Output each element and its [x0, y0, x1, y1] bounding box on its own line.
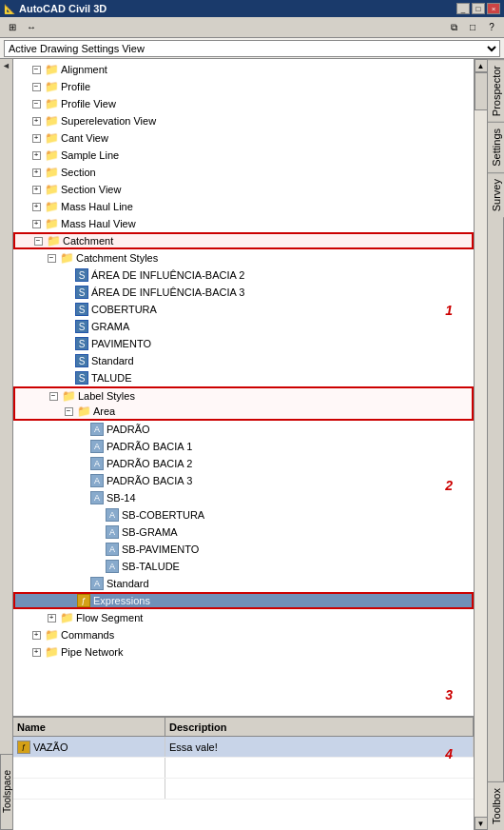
- scroll-track[interactable]: [475, 72, 488, 817]
- tree-item-padrao-bacia2[interactable]: APADRÃO BACIA 2: [13, 455, 474, 472]
- icon-standard: S: [74, 353, 89, 368]
- tab-toolbox[interactable]: Toolbox: [488, 781, 504, 830]
- close-button[interactable]: ×: [487, 3, 500, 14]
- label-sb-grama: SB-GRAMA: [122, 526, 178, 538]
- tree-item-cant-view[interactable]: +📁Cant View: [13, 129, 474, 147]
- tree-item-pipe-network[interactable]: +📁Pipe Network: [13, 643, 474, 661]
- icon-padrao-bacia2: A: [89, 456, 105, 471]
- tree-item-superelevation[interactable]: +📁Superelevation View: [13, 112, 474, 129]
- tree-item-sb-grama[interactable]: ASB-GRAMA: [13, 524, 474, 541]
- expand-icon-catchment-styles[interactable]: −: [44, 250, 59, 266]
- tree-item-label-styles[interactable]: −📁Label Styles: [13, 386, 474, 404]
- tree-item-grama[interactable]: SGRAMA: [13, 318, 474, 335]
- expand-icon-profile-view[interactable]: −: [29, 96, 44, 111]
- tree-item-sb-cobertura[interactable]: ASB-COBERTURA: [13, 506, 474, 524]
- scroll-down-button[interactable]: ▼: [475, 817, 488, 830]
- expand-icon-profile[interactable]: −: [29, 79, 44, 94]
- tree-item-catchment-styles[interactable]: −📁Catchment Styles: [13, 249, 474, 267]
- tree-item-profile[interactable]: −📁Profile: [13, 78, 474, 95]
- tree-item-sb-pavimento[interactable]: ASB-PAVIMENTO: [13, 541, 474, 558]
- tab-survey[interactable]: Survey: [488, 172, 504, 217]
- tree-item-area-influencia-1[interactable]: SÁREA DE INFLUÊNCIA-BACIA 2: [13, 267, 474, 284]
- icon-pavimento: S: [74, 336, 89, 351]
- expand-icon-pipe-network[interactable]: +: [29, 644, 44, 660]
- tree-item-area-influencia-2[interactable]: SÁREA DE INFLUÊNCIA-BACIA 3: [13, 284, 474, 301]
- tree-item-mass-haul-view[interactable]: +📁Mass Haul View: [13, 215, 474, 232]
- expand-icon-cant-view[interactable]: +: [29, 130, 44, 146]
- expand-icon-sample-line[interactable]: +: [29, 148, 44, 163]
- tab-settings[interactable]: Settings: [488, 122, 504, 172]
- icon-restore[interactable]: ⧉: [445, 19, 462, 36]
- minimize-button[interactable]: _: [456, 3, 470, 14]
- icon-sb-grama: A: [105, 524, 120, 540]
- icon-padrao: A: [89, 422, 105, 437]
- tree-item-catchment[interactable]: −📁Catchment: [13, 232, 474, 249]
- tree-item-commands[interactable]: +📁Commands: [13, 626, 474, 643]
- label-expressions: Expressions: [93, 595, 150, 606]
- tree-item-sample-line[interactable]: +📁Sample Line: [13, 147, 474, 164]
- icon-mass-haul-view: 📁: [44, 216, 59, 231]
- left-collapse-panel: ◄: [0, 59, 13, 830]
- label-catchment-styles: Catchment Styles: [76, 252, 158, 264]
- tree-item-alignment[interactable]: −📁Alignment: [13, 61, 474, 78]
- icon-grid[interactable]: ⊞: [4, 19, 21, 36]
- icon-alignment: 📁: [44, 62, 59, 77]
- app-title: AutoCAD Civil 3D: [19, 3, 107, 14]
- tree-item-profile-view[interactable]: −📁Profile View: [13, 95, 474, 112]
- icon-area: 📁: [76, 404, 91, 419]
- expand-icon-section-view[interactable]: +: [29, 182, 44, 197]
- maximize-button[interactable]: □: [472, 3, 485, 14]
- icon-window[interactable]: □: [464, 19, 481, 36]
- tree-item-flow-segment[interactable]: +📁Flow Segment: [13, 609, 474, 626]
- icon-cobertura: S: [74, 302, 89, 317]
- tree-item-padrao-bacia1[interactable]: APADRÃO BACIA 1: [13, 438, 474, 455]
- tree-item-standard2[interactable]: AStandard: [13, 575, 474, 592]
- tree-view[interactable]: −📁Alignment−📁Profile−📁Profile View+📁Supe…: [13, 59, 474, 716]
- vertical-scrollbar[interactable]: ▲ ▼: [474, 59, 487, 830]
- icon-arrow[interactable]: ↔: [23, 19, 40, 36]
- tree-item-padrao-bacia3[interactable]: APADRÃO BACIA 3: [13, 472, 474, 489]
- icon-catchment: 📁: [46, 233, 61, 248]
- name-column-header: Name: [13, 718, 165, 736]
- tree-item-standard[interactable]: SStandard: [13, 352, 474, 369]
- scroll-up-button[interactable]: ▲: [475, 59, 488, 72]
- expand-icon-mass-haul-line[interactable]: +: [29, 199, 44, 214]
- empty-row-2: [13, 779, 474, 800]
- toolbar: ⊞ ↔ ⧉ □ ?: [0, 17, 504, 38]
- tree-item-mass-haul-line[interactable]: +📁Mass Haul Line: [13, 198, 474, 215]
- tab-prospector[interactable]: Prospector: [488, 59, 504, 122]
- tree-item-pavimento[interactable]: SPAVIMENTO: [13, 335, 474, 352]
- icon-sb-pavimento: A: [105, 542, 120, 557]
- table-row[interactable]: ƒ VAZÃO Essa vale!: [13, 737, 474, 758]
- tree-item-sb14[interactable]: ASB-14: [13, 489, 474, 506]
- label-padrao-bacia2: PADRÃO BACIA 2: [107, 458, 192, 469]
- tree-item-section-view[interactable]: +📁Section View: [13, 181, 474, 198]
- expand-icon-flow-segment[interactable]: +: [44, 610, 59, 625]
- expand-icon-mass-haul-view[interactable]: +: [29, 216, 44, 231]
- tree-item-expressions[interactable]: ƒExpressions: [13, 592, 474, 609]
- tree-item-area[interactable]: −📁Area: [13, 404, 474, 421]
- label-sb-cobertura: SB-COBERTURA: [122, 509, 204, 521]
- scroll-thumb[interactable]: [475, 72, 488, 110]
- expand-icon-commands[interactable]: +: [29, 627, 44, 642]
- icon-catchment-styles: 📁: [59, 250, 74, 266]
- tree-item-talude[interactable]: STALUDE: [13, 369, 474, 386]
- expand-icon-area[interactable]: −: [61, 404, 76, 419]
- expand-icon-catchment[interactable]: −: [30, 233, 46, 248]
- view-dropdown[interactable]: Active Drawing Settings View: [4, 40, 500, 57]
- label-padrao-bacia3: PADRÃO BACIA 3: [107, 475, 192, 486]
- label-alignment: Alignment: [61, 64, 107, 75]
- expand-icon-label-styles[interactable]: −: [46, 388, 61, 404]
- icon-label-styles: 📁: [61, 388, 76, 404]
- expand-icon-alignment[interactable]: −: [29, 62, 44, 77]
- left-arrow[interactable]: ◄: [2, 61, 10, 70]
- tree-item-padrao[interactable]: APADRÃO: [13, 421, 474, 438]
- tree-item-cobertura[interactable]: SCOBERTURA: [13, 301, 474, 318]
- icon-padrao-bacia3: A: [89, 473, 105, 488]
- icon-help[interactable]: ?: [483, 19, 500, 36]
- expand-icon-superelevation[interactable]: +: [29, 113, 44, 128]
- tree-item-section[interactable]: +📁Section: [13, 164, 474, 181]
- expand-icon-section[interactable]: +: [29, 165, 44, 180]
- tree-item-sb-talude[interactable]: ASB-TALUDE: [13, 558, 474, 575]
- label-sample-line: Sample Line: [61, 149, 119, 161]
